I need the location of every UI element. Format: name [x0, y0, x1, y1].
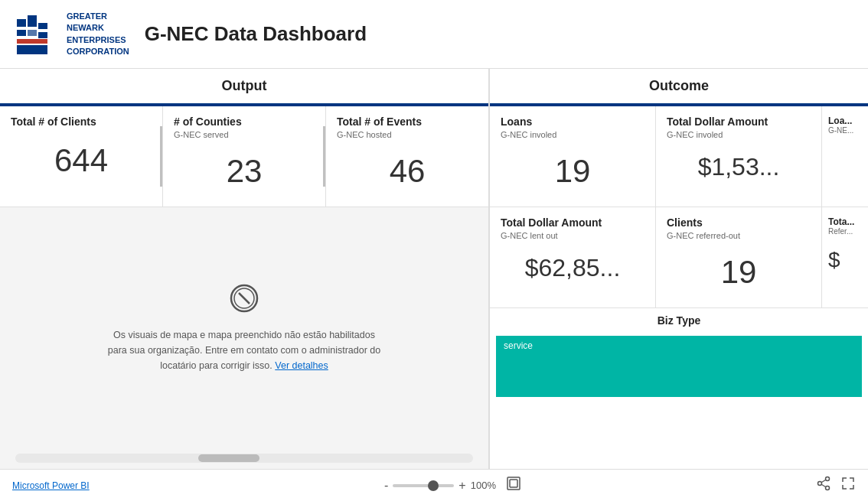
outcome-total-dollar-card: Total Dollar Amount G-NEC involed $1,53.… — [656, 106, 822, 207]
zoom-percent-label: 100% — [471, 480, 501, 491]
loans-subtitle: G-NEC involed — [501, 130, 644, 139]
logo-area: GREATER NEWARK ENTERPRISES CORPORATION — [15, 11, 129, 58]
outcome-panel: Outcome Loans G-NEC involed 19 Total Dol… — [490, 69, 868, 469]
output-cards-row: Total # of Clients 644 # of Counties G-N… — [0, 106, 488, 207]
divider-2 — [323, 126, 325, 186]
metric-card-counties: # of Counties G-NEC served 23 — [163, 106, 326, 207]
dollar-lent-title: Total Dollar Amount — [501, 216, 644, 229]
header: GREATER NEWARK ENTERPRISES CORPORATION G… — [0, 0, 868, 69]
clients-title: Total # of Clients — [11, 115, 152, 129]
svg-rect-1 — [17, 19, 26, 27]
outcome-clients-value: 19 — [667, 254, 811, 291]
outcome-clients-title: Clients — [667, 216, 811, 229]
outcome-header: Outcome — [490, 69, 868, 106]
events-subtitle: G-NEC hosted — [337, 130, 478, 139]
share-icon[interactable] — [816, 476, 831, 495]
dashboard-title: G-NEC Data Dashboard — [145, 22, 367, 46]
zoom-slider[interactable] — [393, 484, 454, 487]
partial-value-2: $ — [828, 248, 862, 272]
map-disabled-icon — [229, 283, 259, 320]
biz-type-bar-service: service — [496, 336, 862, 397]
clients-value: 644 — [11, 142, 152, 179]
partial-title-1: Loa... — [828, 115, 862, 126]
partial-title-2: Tota... — [828, 216, 862, 227]
logo-text: GREATER NEWARK ENTERPRISES CORPORATION — [67, 11, 129, 58]
loans-title: Loans — [501, 115, 644, 129]
outcome-dollar-lent-card: Total Dollar Amount G-NEC lent out $62,8… — [490, 207, 656, 308]
map-disabled-area: Os visuais de mapa e mapa preenchido não… — [0, 207, 488, 449]
fit-page-icon[interactable] — [506, 476, 521, 495]
map-details-link[interactable]: Ver detalhes — [275, 360, 328, 371]
counties-title: # of Counties — [174, 115, 315, 129]
outcome-partial-card-2: Tota... Refer... $ — [822, 207, 868, 308]
footer-action-icons — [816, 476, 856, 495]
outcome-row-1: Loans G-NEC involed 19 Total Dollar Amou… — [490, 106, 868, 207]
zoom-plus-button[interactable]: + — [458, 479, 465, 493]
dollar-lent-subtitle: G-NEC lent out — [501, 231, 644, 240]
outcome-clients-subtitle: G-NEC referred-out — [667, 231, 811, 240]
divider-1 — [160, 126, 162, 186]
scrollbar-track[interactable] — [15, 454, 473, 463]
loans-value: 19 — [501, 153, 644, 190]
outcome-partial-card-1: Loa... G-NE... — [822, 106, 868, 207]
scrollbar-thumb — [198, 454, 259, 462]
dollar-lent-value: $62,85... — [501, 254, 644, 282]
outcome-row-2: Total Dollar Amount G-NEC lent out $62,8… — [490, 207, 868, 308]
events-value: 46 — [337, 153, 478, 190]
svg-rect-6 — [38, 32, 47, 38]
events-title: Total # of Events — [337, 115, 478, 129]
svg-rect-7 — [17, 39, 47, 44]
metric-card-clients: Total # of Clients 644 — [0, 106, 163, 207]
partial-subtitle-1: G-NE... — [828, 126, 862, 135]
fullscreen-icon[interactable] — [840, 476, 856, 495]
scrollbar-container — [0, 449, 488, 469]
svg-rect-3 — [38, 23, 47, 29]
svg-point-14 — [826, 477, 830, 481]
outcome-clients-card: Clients G-NEC referred-out 19 — [656, 207, 822, 308]
total-dollar-value: $1,53... — [667, 153, 811, 181]
outcome-loans-card: Loans G-NEC involed 19 — [490, 106, 656, 207]
main-content: Output Total # of Clients 644 # of Count… — [0, 69, 868, 469]
svg-line-18 — [821, 484, 826, 487]
svg-point-16 — [818, 482, 822, 486]
output-header: Output — [0, 69, 488, 106]
svg-rect-2 — [28, 15, 37, 27]
output-panel: Output Total # of Clients 644 # of Count… — [0, 69, 490, 469]
svg-line-10 — [239, 293, 250, 304]
biz-type-bar-label: service — [504, 340, 533, 351]
zoom-thumb — [428, 480, 439, 491]
svg-line-17 — [821, 480, 826, 483]
counties-subtitle: G-NEC served — [174, 130, 315, 139]
partial-subtitle-2: Refer... — [828, 227, 862, 236]
svg-rect-4 — [17, 30, 26, 36]
counties-value: 23 — [174, 153, 315, 190]
zoom-minus-button[interactable]: - — [384, 479, 388, 493]
zoom-controls: - + 100% — [384, 476, 521, 495]
metric-card-events: Total # of Events G-NEC hosted 46 — [326, 106, 488, 207]
svg-rect-13 — [510, 480, 517, 487]
svg-rect-5 — [28, 30, 37, 36]
total-dollar-title: Total Dollar Amount — [667, 115, 811, 129]
svg-point-15 — [826, 486, 830, 490]
biz-type-title: Biz Type — [490, 308, 868, 333]
total-dollar-subtitle: G-NEC involed — [667, 130, 811, 139]
outcome-section: Loans G-NEC involed 19 Total Dollar Amou… — [490, 106, 868, 469]
gnec-logo — [15, 11, 57, 57]
powerbi-link[interactable]: Microsoft Power BI — [12, 480, 90, 491]
map-disabled-text: Os visuais de mapa e mapa preenchido não… — [106, 327, 382, 373]
footer: Microsoft Power BI - + 100% — [0, 469, 868, 501]
biz-type-section: Biz Type service — [490, 308, 868, 469]
svg-rect-8 — [17, 45, 47, 54]
